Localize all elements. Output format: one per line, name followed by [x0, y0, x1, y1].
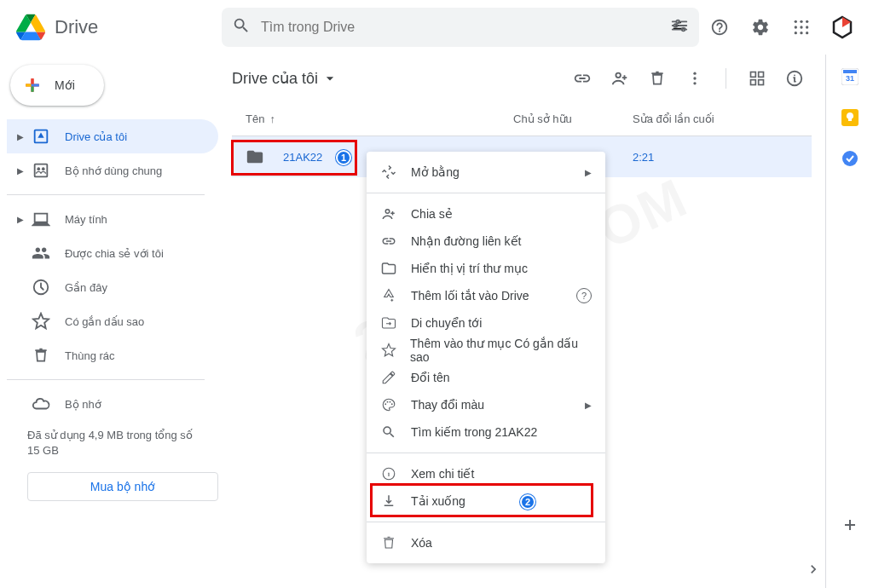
side-panel: 31	[825, 55, 873, 588]
buy-storage-button[interactable]: Mua bộ nhớ	[27, 472, 218, 501]
svg-rect-21	[751, 72, 756, 78]
breadcrumb[interactable]: Drive của tôi	[232, 69, 338, 88]
chevron-right-icon: ▶	[585, 168, 592, 177]
svg-point-32	[384, 403, 386, 405]
menu-separator	[367, 453, 605, 453]
menu-search-within[interactable]: Tìm kiếm trong 21AK22	[367, 418, 605, 446]
apps-icon[interactable]	[784, 10, 818, 44]
menu-download[interactable]: Tải xuống	[367, 487, 605, 515]
info-icon	[380, 465, 397, 482]
svg-point-6	[795, 26, 797, 28]
trash-icon	[380, 534, 397, 551]
cloud-icon	[31, 394, 51, 414]
svg-rect-27	[843, 70, 857, 73]
move-icon	[380, 314, 397, 331]
hide-side-panel-icon[interactable]	[805, 561, 822, 581]
svg-text:31: 31	[845, 74, 853, 83]
drive-icon	[31, 126, 51, 147]
clock-icon	[31, 277, 51, 297]
keep-app-icon[interactable]	[841, 109, 859, 130]
svg-rect-24	[759, 80, 764, 85]
sidebar-item-my-drive[interactable]: ▶ Drive của tôi	[7, 119, 218, 153]
svg-rect-22	[759, 72, 764, 78]
menu-get-link[interactable]: Nhận đường liên kết	[367, 228, 605, 255]
tasks-app-icon[interactable]	[841, 150, 859, 170]
shortcut-icon	[380, 287, 397, 304]
svg-point-19	[693, 77, 696, 79]
chevron-right-icon: ▶	[14, 215, 27, 224]
menu-add-to-starred[interactable]: Thêm vào thư mục Có gắn dấu sao	[367, 337, 605, 364]
menu-show-location[interactable]: Hiển thị vị trí thư mục	[367, 255, 605, 282]
help-icon[interactable]: ?	[576, 288, 592, 303]
palette-icon	[380, 396, 397, 413]
app-name: Drive	[55, 16, 98, 38]
folder-icon	[246, 147, 266, 167]
divider	[7, 379, 205, 380]
svg-point-7	[800, 26, 802, 28]
svg-point-30	[842, 151, 858, 166]
svg-point-5	[806, 20, 808, 23]
svg-point-17	[616, 73, 621, 78]
menu-remove[interactable]: Xóa	[367, 529, 605, 556]
add-app-icon[interactable]	[841, 516, 859, 537]
menu-separator	[367, 522, 605, 522]
sidebar-item-recent[interactable]: Gần đây	[7, 270, 218, 304]
sidebar-item-label: Được chia sẻ với tôi	[65, 247, 164, 260]
trash-icon	[31, 345, 51, 366]
more-options-icon[interactable]	[678, 61, 712, 95]
svg-point-11	[806, 32, 808, 34]
account-avatar[interactable]	[825, 10, 859, 44]
grid-view-icon[interactable]	[740, 61, 774, 95]
computer-icon	[31, 209, 51, 229]
search-icon	[232, 16, 251, 38]
star-icon	[31, 311, 51, 331]
search-options-icon[interactable]	[670, 16, 689, 38]
person-add-icon	[380, 205, 397, 222]
separator	[726, 68, 726, 89]
sidebar-item-label: Bộ nhớ dùng chung	[65, 164, 162, 177]
file-name: 21AK22	[283, 151, 322, 164]
sort-asc-icon: ↑	[269, 112, 275, 125]
search-bar[interactable]	[222, 8, 699, 47]
help-icon[interactable]	[702, 10, 737, 44]
column-modified[interactable]: Sửa đổi lần cuối	[633, 112, 812, 125]
annotation-badge-1: 1	[336, 150, 351, 165]
sidebar-item-label: Thùng rác	[65, 349, 115, 362]
column-owner[interactable]: Chủ sở hữu	[513, 112, 633, 125]
file-modified: 2:21	[633, 151, 812, 164]
column-name[interactable]: Tên↑	[232, 112, 513, 125]
sidebar-item-trash[interactable]: Thùng rác	[7, 338, 218, 372]
share-icon[interactable]	[603, 61, 637, 95]
svg-point-20	[693, 82, 696, 84]
calendar-app-icon[interactable]: 31	[841, 68, 859, 89]
details-icon[interactable]	[778, 61, 812, 95]
new-button[interactable]: Mới	[10, 65, 104, 106]
sidebar-item-shared-drives[interactable]: ▶ Bộ nhớ dùng chung	[7, 153, 218, 187]
menu-share[interactable]: Chia sẻ	[367, 200, 605, 228]
sidebar-item-label: Gần đây	[65, 281, 107, 294]
svg-point-1	[674, 24, 678, 27]
sidebar-item-storage[interactable]: Bộ nhớ	[7, 387, 218, 421]
storage-text: Đã sử dụng 4,9 MB trong tổng số 15 GB	[7, 421, 218, 472]
svg-point-15	[42, 167, 45, 170]
sidebar-item-shared-with-me[interactable]: Được chia sẻ với tôi	[7, 236, 218, 270]
search-icon	[380, 424, 397, 441]
drive-logo-icon	[14, 10, 48, 44]
svg-point-0	[676, 20, 679, 24]
chevron-right-icon: ▶	[585, 401, 592, 410]
logo-area[interactable]: Drive	[14, 10, 222, 44]
menu-add-shortcut[interactable]: Thêm lối tắt vào Drive ?	[367, 282, 605, 309]
svg-point-35	[391, 403, 393, 405]
search-input[interactable]	[261, 20, 670, 35]
menu-view-details[interactable]: Xem chi tiết	[367, 460, 605, 487]
menu-rename[interactable]: Đổi tên	[367, 364, 605, 391]
sidebar-item-starred[interactable]: Có gắn dấu sao	[7, 304, 218, 338]
star-icon	[380, 342, 396, 359]
settings-icon[interactable]	[743, 10, 778, 44]
get-link-icon[interactable]	[565, 61, 599, 95]
menu-open-with[interactable]: Mở bằng ▶	[367, 159, 605, 186]
remove-icon[interactable]	[640, 61, 674, 95]
sidebar-item-computers[interactable]: ▶ Máy tính	[7, 202, 218, 236]
menu-move-to[interactable]: Di chuyển tới	[367, 309, 605, 337]
menu-change-color[interactable]: Thay đổi màu ▶	[367, 391, 605, 418]
